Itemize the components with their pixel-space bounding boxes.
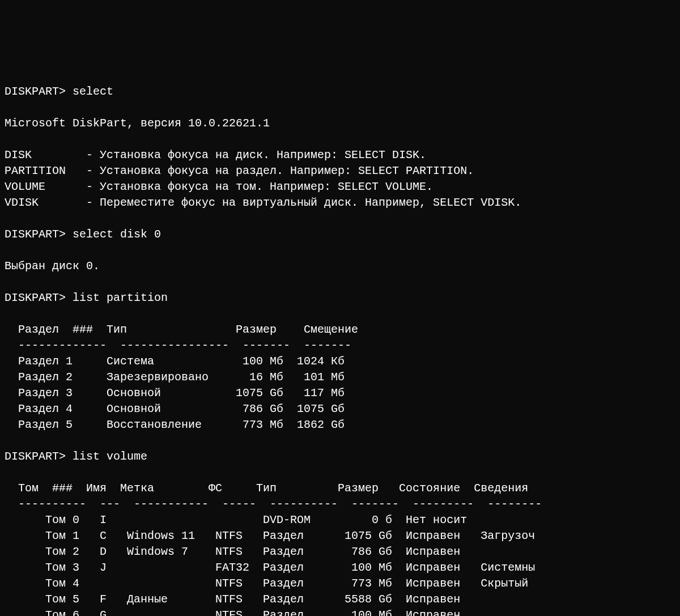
terminal-output[interactable]: DISKPART> select Microsoft DiskPart, вер… xyxy=(0,79,680,616)
command-select-disk: select disk 0 xyxy=(73,228,161,241)
command-select: select xyxy=(73,85,113,98)
disk-selected-message: Выбран диск 0. xyxy=(5,260,100,273)
space xyxy=(66,228,73,241)
version-line: Microsoft DiskPart, версия 10.0.22621.1 xyxy=(5,117,270,130)
prompt: DISKPART> xyxy=(5,291,66,304)
partition-table: Раздел ### Тип Размер Смещение ---------… xyxy=(5,323,358,431)
space xyxy=(66,291,73,304)
prompt: DISKPART> xyxy=(5,85,66,98)
volume-table: Том ### Имя Метка ФС Тип Размер Состояни… xyxy=(5,482,542,616)
space xyxy=(66,85,73,98)
space xyxy=(66,450,73,463)
prompt: DISKPART> xyxy=(5,228,66,241)
help-block: DISK - Установка фокуса на диск. Наприме… xyxy=(5,148,521,209)
prompt: DISKPART> xyxy=(5,450,66,463)
command-list-volume: list volume xyxy=(73,450,147,463)
command-list-partition: list partition xyxy=(73,291,168,304)
